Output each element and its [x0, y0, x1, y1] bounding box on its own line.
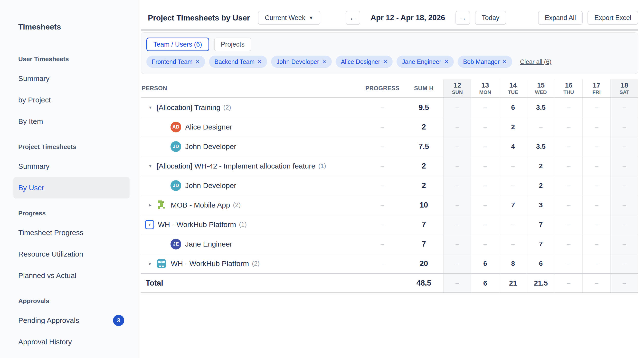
day-cell: –: [443, 117, 471, 137]
day-number: 18: [620, 81, 628, 89]
group-label: WH - WorkHub Platform: [171, 259, 249, 268]
section-label: Project Timesheets: [0, 141, 138, 152]
sidebar-item-by-item[interactable]: By Item: [14, 111, 130, 132]
tab-projects[interactable]: Projects: [214, 38, 252, 51]
next-week-button[interactable]: →: [456, 11, 470, 25]
clear-all-link[interactable]: Clear all (6): [520, 58, 552, 65]
total-day-cell: 21: [499, 274, 527, 292]
day-cell: –: [610, 234, 638, 254]
table-header: PERSON PROGRESS SUM H 12SUN 13MON 14TUE …: [141, 79, 638, 98]
today-button[interactable]: Today: [475, 11, 506, 25]
filter-chip[interactable]: Backend Team✕: [209, 56, 267, 68]
day-cell: –: [443, 98, 471, 117]
chip-remove-icon[interactable]: ✕: [322, 59, 326, 65]
progress-cell: –: [360, 176, 404, 195]
arrow-left-icon: ←: [349, 14, 356, 22]
filter-tabs: Team / Users (6) Projects: [146, 38, 632, 51]
group-count: (1): [239, 221, 247, 228]
day-cell: –: [554, 254, 582, 273]
chip-label: Jane Engineer: [402, 58, 441, 65]
day-cell: –: [471, 137, 499, 156]
caret-down-icon[interactable]: ▾: [148, 163, 153, 169]
table-row-user: JE Jane Engineer – 7 – – – 7 – – –: [141, 234, 638, 254]
user-label: Alice Designer: [185, 123, 232, 131]
expand-toggle-focused[interactable]: ▾: [145, 220, 154, 229]
table-row-group: ▾ WH - WorkHub Platform (1) – 7 – – – 7 …: [141, 215, 638, 234]
sum-cell: 7: [404, 215, 443, 234]
sidebar-item-approval-history[interactable]: Approval History: [14, 331, 130, 353]
sidebar-item-pending-approvals[interactable]: Pending Approvals 3: [14, 310, 130, 331]
period-label: Current Week: [265, 14, 305, 22]
prev-week-button[interactable]: ←: [346, 11, 360, 25]
day-cell: –: [499, 176, 527, 195]
sidebar-item-timesheet-progress[interactable]: Timesheet Progress: [14, 222, 130, 243]
filter-chip[interactable]: John Developer✕: [271, 56, 332, 68]
sidebar-item-project-summary[interactable]: Summary: [14, 155, 130, 177]
chip-remove-icon[interactable]: ✕: [502, 59, 507, 65]
day-name: SAT: [620, 89, 629, 95]
expand-all-button[interactable]: Expand All: [538, 11, 583, 25]
day-cell: –: [554, 176, 582, 195]
sidebar-item-label: Summary: [18, 162, 50, 170]
group-count: (1): [318, 162, 326, 170]
sidebar-item-by-user[interactable]: By User: [14, 177, 130, 199]
sidebar-item-label: Approval History: [18, 338, 72, 346]
caret-down-icon[interactable]: ▾: [148, 105, 153, 110]
sidebar-item-planned-vs-actual[interactable]: Planned vs Actual: [14, 265, 130, 286]
export-excel-button[interactable]: Export Excel: [588, 11, 638, 25]
sidebar-item-label: By User: [18, 184, 44, 192]
section-label: Progress: [0, 208, 138, 219]
user-label: Jane Engineer: [185, 240, 232, 248]
column-header-day: 18SAT: [610, 79, 638, 97]
sum-cell: 20: [404, 254, 443, 273]
chip-remove-icon[interactable]: ✕: [444, 59, 449, 65]
sidebar-item-by-project[interactable]: by Project: [14, 89, 130, 111]
table-row-group: ▸ MOB - Mobile App (2) – 10 – – 7 3 – – …: [141, 195, 638, 215]
group-label: [Allocation] WH-42 - Implement allocatio…: [156, 162, 316, 170]
day-cell: –: [499, 156, 527, 175]
total-day-cell: –: [443, 274, 471, 292]
day-cell: –: [527, 117, 554, 137]
arrow-right-icon: →: [459, 14, 466, 22]
total-sum-cell: 48.5: [404, 274, 443, 292]
progress-cell: –: [360, 137, 404, 156]
day-cell: –: [554, 137, 582, 156]
total-day-cell: –: [610, 274, 638, 292]
caret-right-icon[interactable]: ▸: [148, 202, 153, 208]
sidebar-item-label: Summary: [18, 74, 50, 83]
caret-right-icon[interactable]: ▸: [148, 261, 153, 266]
filter-chip[interactable]: Jane Engineer✕: [396, 56, 454, 68]
day-cell: –: [443, 254, 471, 273]
column-header-person: PERSON: [141, 79, 360, 97]
filter-chip[interactable]: Alice Designer✕: [336, 56, 393, 68]
filter-chip[interactable]: Bob Manager✕: [458, 56, 512, 68]
user-label: John Developer: [185, 182, 236, 190]
day-cell: 2: [527, 156, 554, 175]
sidebar-section-user-timesheets: User Timesheets Summary by Project By It…: [0, 54, 138, 132]
period-selector-dropdown[interactable]: Current Week ▼: [258, 11, 320, 25]
progress-cell: –: [360, 215, 404, 234]
day-cell: –: [582, 156, 610, 175]
day-number: 14: [509, 81, 517, 89]
chip-remove-icon[interactable]: ✕: [383, 59, 388, 65]
sidebar-item-label: Pending Approvals: [18, 316, 79, 325]
sum-cell: 2: [404, 176, 443, 195]
day-cell: –: [443, 234, 471, 254]
day-number: 16: [565, 81, 572, 89]
day-cell: 7: [527, 215, 554, 234]
horizontal-scrollbar[interactable]: [141, 29, 638, 31]
day-cell: 6: [471, 254, 499, 273]
chip-remove-icon[interactable]: ✕: [196, 59, 200, 65]
day-cell: 2: [499, 117, 527, 137]
day-cell: –: [582, 195, 610, 215]
chip-remove-icon[interactable]: ✕: [258, 59, 262, 65]
sidebar-item-label: Resource Utilization: [18, 250, 83, 258]
filter-chip[interactable]: Frontend Team✕: [146, 56, 205, 68]
day-cell: –: [471, 117, 499, 137]
tab-team-users[interactable]: Team / Users (6): [146, 38, 209, 51]
sidebar-item-summary[interactable]: Summary: [14, 68, 130, 89]
day-cell: 3: [527, 195, 554, 215]
day-cell: –: [582, 137, 610, 156]
sum-cell: 7.5: [404, 137, 443, 156]
sidebar-item-resource-utilization[interactable]: Resource Utilization: [14, 243, 130, 265]
